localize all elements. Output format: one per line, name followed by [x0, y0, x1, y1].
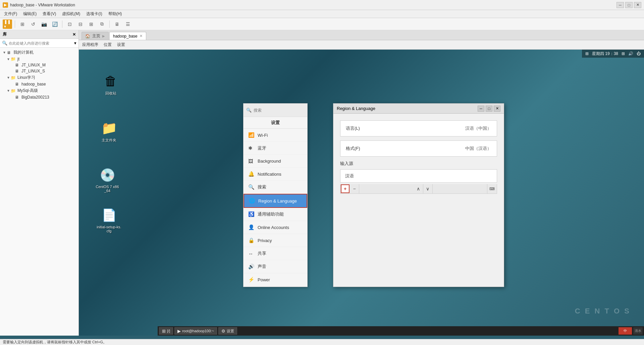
settings-panel: 🔍 设置 📶 Wi-Fi ✱ 蓝牙 🖼 Background 🔔 Notific…	[243, 103, 308, 287]
restore-snapshot-button[interactable]: 🔄	[50, 19, 59, 29]
tree-item-mysql[interactable]: ▼ 📁 MySql-高级	[0, 87, 78, 94]
move-down-input-source-button[interactable]: ∨	[423, 184, 433, 193]
vmware-menubar: 文件(F) 编辑(E) 查看(V) 虚拟机(M) 选项卡(I) 帮助(H)	[0, 10, 644, 18]
search-settings-icon: 🔍	[248, 184, 254, 190]
tab-home-label: 主页	[92, 33, 100, 39]
settings-item-privacy[interactable]: 🔒 Privacy	[244, 234, 307, 247]
more-button[interactable]: ⧉	[97, 19, 107, 29]
settings-item-sound[interactable]: 🔊 声音	[244, 260, 307, 273]
add-input-source-button[interactable]: +	[341, 184, 350, 193]
settings-item-sharing[interactable]: ↔ 共享	[244, 247, 307, 260]
online-accounts-icon: 👤	[248, 224, 254, 230]
tree-item-jt-linux-m[interactable]: 🖥 JT_LINUX_M	[0, 62, 78, 68]
nav-places[interactable]: 位置	[104, 42, 112, 48]
tab-hadoop-base[interactable]: hadoop_base ✕	[109, 32, 146, 40]
taskbar-terminal-button[interactable]: ▶ root@hadoop100:~	[174, 327, 217, 335]
settings-item-background[interactable]: 🖼 Background	[244, 155, 307, 168]
settings-item-network[interactable]: 🌐 网络	[244, 286, 307, 287]
display-button[interactable]: 🖥	[112, 19, 122, 29]
view-button[interactable]: ⊞	[87, 19, 96, 29]
keyboard-preview-button[interactable]: ⌨	[487, 184, 497, 193]
menu-tabs[interactable]: 选项卡(I)	[84, 10, 105, 17]
menu-view[interactable]: 查看(V)	[40, 10, 59, 17]
maximize-button[interactable]: □	[625, 2, 633, 8]
settings-item-region[interactable]: 🌐 Region & Language	[244, 194, 307, 208]
tree-item-linux-study[interactable]: ▼ 📁 Linux学习	[0, 74, 78, 81]
settings-item-online-accounts[interactable]: 👤 Online Accounts	[244, 221, 307, 234]
minimize-button[interactable]: ─	[616, 2, 624, 8]
tree-item-bigdata[interactable]: 🖥 BigData200213	[0, 94, 78, 100]
region-label: Region & Language	[258, 198, 297, 204]
tree-label: hadoop_base	[21, 82, 46, 87]
settings-item-search[interactable]: 🔍 搜索	[244, 181, 307, 194]
options-button[interactable]: ☰	[123, 19, 132, 29]
settings-list: 📶 Wi-Fi ✱ 蓝牙 🖼 Background 🔔 Notification…	[244, 129, 307, 287]
dialog-minimize-button[interactable]: ─	[478, 106, 484, 112]
settings-item-notifications[interactable]: 🔔 Notifications	[244, 168, 307, 181]
dialog-close-button[interactable]: ✕	[494, 106, 500, 112]
nav-settings[interactable]: 设置	[117, 42, 125, 48]
tree-item-jt-linux-s[interactable]: 🖥 JT_LINUX_S	[0, 68, 78, 74]
tree-item-jt[interactable]: ▼ 📁 jt	[0, 56, 78, 62]
settings-item-power[interactable]: ⚡ Power	[244, 273, 307, 286]
tab-home[interactable]: 🏠 主页 ▶	[82, 32, 109, 40]
move-up-input-source-button[interactable]: ∧	[414, 184, 423, 193]
input-source-item-chinese[interactable]: 汉语	[340, 170, 497, 182]
system-bar: ⊞ 星期四 19：38 ⊞ 🔊 ⏻	[582, 50, 644, 58]
settings-search-bar: 🔍	[244, 104, 307, 117]
menu-vm[interactable]: 虚拟机(M)	[59, 10, 83, 17]
sound-label: 声音	[258, 264, 266, 270]
wifi-label: Wi-Fi	[258, 133, 268, 138]
library-panel: 库 ✕ 🔍 ▾ ▼ 🖥 我的计算机 ▼ 📁 jt 🖥 JT_LINUX_M 🖥 …	[0, 30, 79, 336]
unity-button[interactable]: ⊟	[76, 19, 85, 29]
pause-button[interactable]: ❚❚ ▾	[3, 19, 12, 29]
settings-taskbar-icon: ⚙	[221, 329, 225, 334]
vm-icon: 🖥	[15, 82, 20, 87]
fullscreen-button[interactable]: ⊡	[65, 19, 74, 29]
menu-file[interactable]: 文件(F)	[1, 10, 20, 17]
send-ctrl-alt-del-button[interactable]: ⊞	[18, 19, 27, 29]
desktop-icon-setup[interactable]: 📄 initial-setup-ks.cfg	[96, 207, 122, 233]
taskbar-settings-button[interactable]: ⚙ 设置	[218, 327, 237, 335]
input-source-label: 输入源	[340, 161, 497, 167]
taskbar-file-manager-button[interactable]: ⊞ [/]	[159, 327, 173, 335]
menu-help[interactable]: 帮助(H)	[106, 10, 125, 17]
vm-icon: 🖥	[15, 95, 20, 100]
close-button[interactable]: ✕	[634, 2, 641, 8]
format-row[interactable]: 格式(F) 中国（汉语）	[340, 140, 497, 157]
desktop-icon-home-folder[interactable]: 📁 主文件夹	[96, 120, 122, 143]
remove-input-source-button[interactable]: −	[350, 184, 359, 193]
menu-edit[interactable]: 编辑(E)	[20, 10, 39, 17]
library-close-button[interactable]: ✕	[72, 32, 76, 37]
library-search-input[interactable]	[9, 41, 73, 45]
input-method-indicator[interactable]: 中	[619, 327, 632, 335]
setup-file-icon: 📄	[101, 207, 117, 223]
settings-item-accessibility[interactable]: ♿ 通用辅助功能	[244, 208, 307, 221]
network-icon: ⊞	[585, 51, 589, 56]
system-time: 星期四 19：38	[592, 51, 618, 57]
search-dropdown-icon[interactable]: ▾	[74, 41, 76, 46]
tree-item-hadoop-base[interactable]: 🖥 hadoop_base	[0, 81, 78, 87]
region-language-dialog: Region & Language ─ □ ✕ 语言(L) 汉语（中国） 格式(…	[333, 103, 504, 287]
settings-search-input[interactable]	[254, 108, 305, 113]
tree-item-my-computer[interactable]: ▼ 🖥 我的计算机	[0, 49, 78, 56]
desktop-icon-centos[interactable]: 💿 CentOS 7 x86_64	[94, 167, 121, 193]
folder-icon: 📁	[11, 57, 16, 61]
file-manager-icon: ⊞	[162, 329, 166, 334]
bluetooth-label: 蓝牙	[258, 145, 266, 151]
dialog-maximize-button[interactable]: □	[486, 106, 492, 112]
desktop-icon-recycle[interactable]: 🗑 回收站	[97, 73, 124, 96]
power-on-button[interactable]: ↺	[29, 19, 38, 29]
notifications-label: Notifications	[258, 172, 281, 177]
dialog-content: 语言(L) 汉语（中国） 格式(F) 中国（汉语） 输入源 汉语 + − ∧ ∨	[333, 114, 504, 287]
language-row[interactable]: 语言(L) 汉语（中国）	[340, 120, 497, 136]
tree-label: MySql-高级	[17, 88, 38, 94]
tab-close-icon[interactable]: ✕	[140, 34, 143, 38]
taskbar-settings-label: 设置	[227, 329, 234, 334]
settings-item-bluetooth[interactable]: ✱ 蓝牙	[244, 142, 307, 155]
format-label: 格式(F)	[346, 146, 360, 152]
settings-item-wifi[interactable]: 📶 Wi-Fi	[244, 129, 307, 142]
nav-applications[interactable]: 应用程序	[82, 42, 98, 48]
snapshot-button[interactable]: 📷	[39, 19, 49, 29]
background-icon: 🖼	[248, 158, 254, 164]
